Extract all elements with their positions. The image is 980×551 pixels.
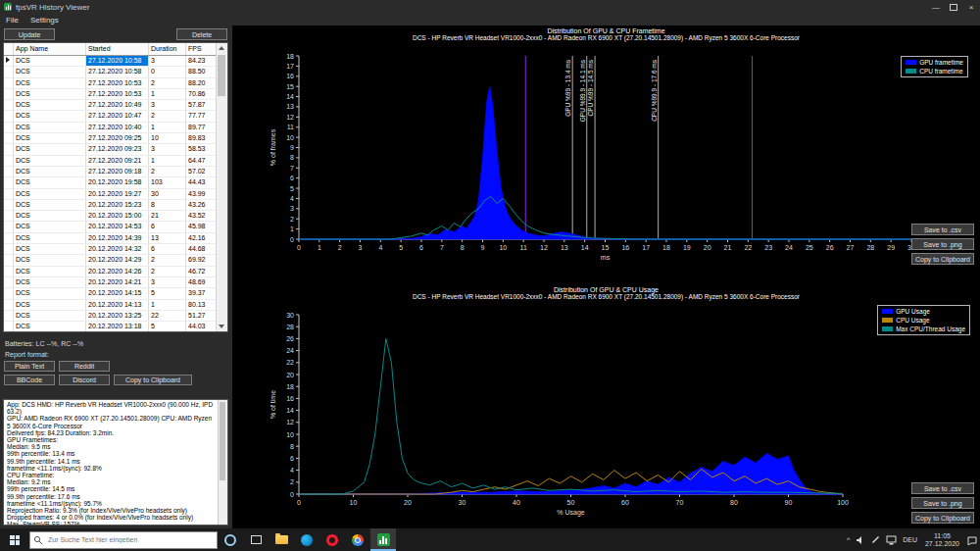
table-cell[interactable]: 64.47	[186, 156, 218, 166]
row-selector[interactable]	[4, 233, 14, 243]
table-cell[interactable]: 1	[149, 156, 186, 166]
table-cell[interactable]: DCS	[14, 211, 86, 221]
table-cell[interactable]: 46.72	[186, 267, 218, 276]
row-selector[interactable]	[4, 244, 14, 254]
row-selector[interactable]	[4, 56, 14, 66]
table-cell[interactable]: DCS	[14, 233, 86, 243]
taskbar-icon-fpsvr-active[interactable]	[370, 528, 396, 551]
table-cell[interactable]: 0	[149, 67, 186, 76]
table-row[interactable]: DCS27.12.2020 10:47277.77	[4, 111, 227, 122]
table-cell[interactable]: 6	[149, 244, 186, 254]
row-selector[interactable]	[4, 311, 14, 321]
taskbar-icon-task-view[interactable]	[243, 528, 269, 551]
table-cell[interactable]: 2	[149, 255, 186, 265]
table-cell[interactable]: 5	[149, 322, 186, 331]
table-cell[interactable]: 2	[149, 78, 186, 88]
start-button[interactable]	[0, 528, 29, 551]
table-cell[interactable]: DCS	[14, 322, 86, 331]
table-row[interactable]: DCS27.12.2020 10:49357.87	[4, 100, 227, 111]
table-cell[interactable]: 44.68	[186, 244, 218, 254]
table-cell[interactable]: 77.77	[186, 111, 218, 121]
row-selector[interactable]	[4, 222, 14, 231]
table-row[interactable]: DCS20.12.2020 13:252251.27	[4, 311, 227, 322]
table-cell[interactable]: 20.12.2020 14:26	[86, 267, 149, 276]
taskbar-search[interactable]	[29, 531, 218, 549]
table-row[interactable]: DCS20.12.2020 14:21348.69	[4, 277, 227, 288]
report-scrollbar[interactable]	[218, 400, 227, 525]
row-selector[interactable]	[4, 288, 14, 298]
table-cell[interactable]: 20.12.2020 13:18	[86, 322, 149, 331]
table-cell[interactable]: DCS	[14, 255, 86, 265]
table-cell[interactable]: 6	[149, 222, 186, 231]
report-scrollbar-thumb[interactable]	[220, 402, 225, 480]
table-cell[interactable]: 20.12.2020 14:39	[86, 233, 149, 243]
table-row[interactable]: DCS27.12.2020 09:18257.02	[4, 167, 227, 177]
table-row[interactable]: DCS27.12.2020 09:21164.47	[4, 156, 227, 167]
row-selector[interactable]	[4, 89, 14, 99]
table-row[interactable]: DCS20.12.2020 14:13180.13	[4, 300, 227, 311]
taskbar-icon-file-explorer[interactable]	[269, 528, 294, 551]
table-cell[interactable]: 1	[149, 89, 186, 99]
table-cell[interactable]: 20.12.2020 14:53	[86, 222, 149, 231]
network-icon[interactable]	[883, 528, 900, 551]
table-row[interactable]: DCS20.12.2020 14:15539.37	[4, 288, 227, 299]
taskbar-icon-opera[interactable]	[319, 528, 345, 551]
table-cell[interactable]: 22	[149, 311, 186, 321]
table-cell[interactable]: 88.20	[186, 78, 218, 88]
table-cell[interactable]: 3	[149, 144, 186, 154]
table-row[interactable]: DCS27.12.2020 10:58088.50	[4, 67, 227, 77]
table-cell[interactable]: DCS	[14, 144, 86, 154]
table-cell[interactable]: 20.12.2020 14:15	[86, 288, 149, 298]
table-cell[interactable]: DCS	[14, 100, 86, 110]
row-selector[interactable]	[4, 167, 14, 176]
table-cell[interactable]: 30	[149, 189, 186, 199]
action-center-icon[interactable]	[964, 528, 980, 551]
update-button[interactable]: Update	[4, 28, 55, 40]
table-cell[interactable]: DCS	[14, 222, 86, 231]
volume-icon[interactable]	[853, 528, 868, 551]
close-button[interactable]: ×	[962, 0, 980, 14]
table-cell[interactable]: DCS	[14, 277, 86, 287]
save-csv-button[interactable]: Save to .csv	[911, 224, 974, 235]
table-cell[interactable]: DCS	[14, 244, 86, 254]
table-cell[interactable]: DCS	[14, 300, 86, 310]
table-cell[interactable]: 5	[149, 288, 186, 298]
table-cell[interactable]: 20.12.2020 14:29	[86, 255, 149, 265]
table-cell[interactable]: 44.43	[186, 177, 218, 187]
table-row[interactable]: DCS27.12.2020 10:58384.23	[4, 56, 227, 67]
reddit-button[interactable]: Reddit	[59, 361, 110, 372]
table-cell[interactable]: 20.12.2020 14:32	[86, 244, 149, 254]
table-cell[interactable]: 20.12.2020 19:27	[86, 189, 149, 199]
table-cell[interactable]: DCS	[14, 111, 86, 121]
taskbar-icon-edge[interactable]	[294, 528, 319, 551]
table-cell[interactable]: 42.16	[186, 233, 218, 243]
table-row[interactable]: DCS20.12.2020 19:273043.99	[4, 189, 227, 200]
taskbar-clock[interactable]: 11:05 27.12.2020	[920, 528, 964, 551]
row-selector[interactable]	[4, 322, 14, 331]
table-row[interactable]: DCS20.12.2020 14:53645.98	[4, 222, 227, 232]
table-cell[interactable]: 27.12.2020 10:40	[86, 123, 149, 132]
row-selector[interactable]	[4, 211, 14, 221]
table-cell[interactable]: 2	[149, 167, 186, 176]
header-app-name[interactable]: App Name	[14, 43, 86, 55]
row-selector[interactable]	[4, 267, 14, 276]
table-cell[interactable]: 20.12.2020 13:25	[86, 311, 149, 321]
table-cell[interactable]: 20.12.2020 14:21	[86, 277, 149, 287]
table-cell[interactable]: DCS	[14, 133, 86, 143]
table-cell[interactable]: DCS	[14, 89, 86, 99]
table-row[interactable]: DCS20.12.2020 14:29269.92	[4, 255, 227, 266]
search-input[interactable]	[46, 535, 207, 544]
delete-button[interactable]: Delete	[176, 28, 227, 40]
table-cell[interactable]: DCS	[14, 167, 86, 176]
plain-text-button[interactable]: Plain Text	[4, 361, 55, 372]
row-selector[interactable]	[4, 156, 14, 166]
scroll-up-icon[interactable]	[217, 43, 226, 53]
table-cell[interactable]: 45.98	[186, 222, 218, 231]
table-row[interactable]: DCS20.12.2020 14:26246.72	[4, 267, 227, 277]
bbcode-button[interactable]: BBCode	[4, 375, 55, 385]
table-scrollbar[interactable]	[216, 43, 227, 331]
table-cell[interactable]: 20.12.2020 15:23	[86, 200, 149, 210]
table-row[interactable]: DCS20.12.2020 15:23843.26	[4, 200, 227, 211]
save-png-button[interactable]: Save to .png	[911, 238, 974, 250]
table-cell[interactable]: DCS	[14, 288, 86, 298]
